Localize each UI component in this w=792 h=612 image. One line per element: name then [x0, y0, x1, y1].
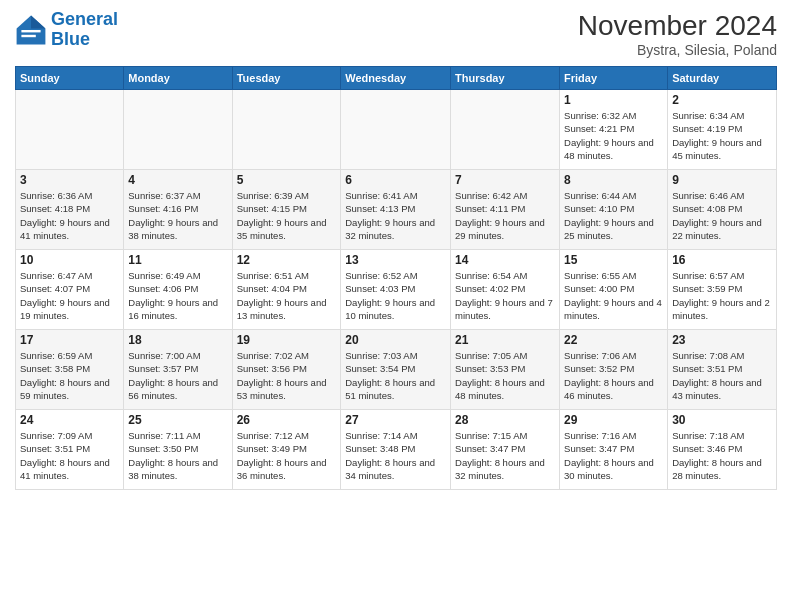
sunrise-text: Sunrise: 6:54 AM: [455, 270, 527, 281]
day-cell-3-0: 17 Sunrise: 6:59 AM Sunset: 3:58 PM Dayl…: [16, 330, 124, 410]
sunset-text: Sunset: 3:50 PM: [128, 443, 198, 454]
day-info: Sunrise: 7:18 AM Sunset: 3:46 PM Dayligh…: [672, 429, 772, 482]
day-info: Sunrise: 6:41 AM Sunset: 4:13 PM Dayligh…: [345, 189, 446, 242]
day-cell-1-2: 5 Sunrise: 6:39 AM Sunset: 4:15 PM Dayli…: [232, 170, 341, 250]
day-number: 27: [345, 413, 446, 427]
day-info: Sunrise: 6:37 AM Sunset: 4:16 PM Dayligh…: [128, 189, 227, 242]
sunrise-text: Sunrise: 6:42 AM: [455, 190, 527, 201]
daylight-text: Daylight: 9 hours and 19 minutes.: [20, 297, 110, 321]
sunset-text: Sunset: 3:48 PM: [345, 443, 415, 454]
sunrise-text: Sunrise: 6:34 AM: [672, 110, 744, 121]
sunset-text: Sunset: 4:03 PM: [345, 283, 415, 294]
day-cell-0-6: 2 Sunrise: 6:34 AM Sunset: 4:19 PM Dayli…: [668, 90, 777, 170]
daylight-text: Daylight: 8 hours and 32 minutes.: [455, 457, 545, 481]
day-number: 2: [672, 93, 772, 107]
day-number: 16: [672, 253, 772, 267]
sunset-text: Sunset: 4:16 PM: [128, 203, 198, 214]
sunrise-text: Sunrise: 6:47 AM: [20, 270, 92, 281]
col-friday: Friday: [560, 67, 668, 90]
daylight-text: Daylight: 9 hours and 25 minutes.: [564, 217, 654, 241]
day-number: 7: [455, 173, 555, 187]
daylight-text: Daylight: 9 hours and 10 minutes.: [345, 297, 435, 321]
day-cell-2-3: 13 Sunrise: 6:52 AM Sunset: 4:03 PM Dayl…: [341, 250, 451, 330]
sunset-text: Sunset: 4:08 PM: [672, 203, 742, 214]
day-cell-1-1: 4 Sunrise: 6:37 AM Sunset: 4:16 PM Dayli…: [124, 170, 232, 250]
day-cell-4-3: 27 Sunrise: 7:14 AM Sunset: 3:48 PM Dayl…: [341, 410, 451, 490]
day-number: 19: [237, 333, 337, 347]
day-number: 11: [128, 253, 227, 267]
sunset-text: Sunset: 3:51 PM: [672, 363, 742, 374]
sunrise-text: Sunrise: 6:36 AM: [20, 190, 92, 201]
sunset-text: Sunset: 4:10 PM: [564, 203, 634, 214]
day-info: Sunrise: 7:14 AM Sunset: 3:48 PM Dayligh…: [345, 429, 446, 482]
day-cell-0-0: [16, 90, 124, 170]
day-info: Sunrise: 6:52 AM Sunset: 4:03 PM Dayligh…: [345, 269, 446, 322]
sunset-text: Sunset: 3:47 PM: [455, 443, 525, 454]
sunrise-text: Sunrise: 7:15 AM: [455, 430, 527, 441]
header: General Blue November 2024 Bystra, Siles…: [15, 10, 777, 58]
day-cell-3-4: 21 Sunrise: 7:05 AM Sunset: 3:53 PM Dayl…: [451, 330, 560, 410]
daylight-text: Daylight: 8 hours and 48 minutes.: [455, 377, 545, 401]
page: General Blue November 2024 Bystra, Siles…: [0, 0, 792, 612]
daylight-text: Daylight: 9 hours and 2 minutes.: [672, 297, 770, 321]
day-cell-4-4: 28 Sunrise: 7:15 AM Sunset: 3:47 PM Dayl…: [451, 410, 560, 490]
sunset-text: Sunset: 3:52 PM: [564, 363, 634, 374]
day-info: Sunrise: 6:44 AM Sunset: 4:10 PM Dayligh…: [564, 189, 663, 242]
sunrise-text: Sunrise: 7:08 AM: [672, 350, 744, 361]
daylight-text: Daylight: 8 hours and 56 minutes.: [128, 377, 218, 401]
daylight-text: Daylight: 8 hours and 41 minutes.: [20, 457, 110, 481]
title-area: November 2024 Bystra, Silesia, Poland: [578, 10, 777, 58]
sunrise-text: Sunrise: 7:14 AM: [345, 430, 417, 441]
daylight-text: Daylight: 9 hours and 41 minutes.: [20, 217, 110, 241]
day-info: Sunrise: 6:39 AM Sunset: 4:15 PM Dayligh…: [237, 189, 337, 242]
daylight-text: Daylight: 9 hours and 7 minutes.: [455, 297, 553, 321]
col-thursday: Thursday: [451, 67, 560, 90]
day-cell-0-2: [232, 90, 341, 170]
col-wednesday: Wednesday: [341, 67, 451, 90]
day-number: 14: [455, 253, 555, 267]
sunset-text: Sunset: 4:13 PM: [345, 203, 415, 214]
sunset-text: Sunset: 4:21 PM: [564, 123, 634, 134]
day-cell-2-0: 10 Sunrise: 6:47 AM Sunset: 4:07 PM Dayl…: [16, 250, 124, 330]
sunset-text: Sunset: 3:54 PM: [345, 363, 415, 374]
day-number: 29: [564, 413, 663, 427]
day-cell-3-6: 23 Sunrise: 7:08 AM Sunset: 3:51 PM Dayl…: [668, 330, 777, 410]
day-info: Sunrise: 6:59 AM Sunset: 3:58 PM Dayligh…: [20, 349, 119, 402]
sunset-text: Sunset: 3:56 PM: [237, 363, 307, 374]
day-number: 8: [564, 173, 663, 187]
sunset-text: Sunset: 4:02 PM: [455, 283, 525, 294]
day-info: Sunrise: 6:32 AM Sunset: 4:21 PM Dayligh…: [564, 109, 663, 162]
daylight-text: Daylight: 9 hours and 29 minutes.: [455, 217, 545, 241]
sunrise-text: Sunrise: 7:02 AM: [237, 350, 309, 361]
week-row-1: 1 Sunrise: 6:32 AM Sunset: 4:21 PM Dayli…: [16, 90, 777, 170]
sunset-text: Sunset: 3:57 PM: [128, 363, 198, 374]
daylight-text: Daylight: 8 hours and 34 minutes.: [345, 457, 435, 481]
sunset-text: Sunset: 3:53 PM: [455, 363, 525, 374]
day-cell-0-1: [124, 90, 232, 170]
sunrise-text: Sunrise: 7:06 AM: [564, 350, 636, 361]
col-tuesday: Tuesday: [232, 67, 341, 90]
day-cell-3-1: 18 Sunrise: 7:00 AM Sunset: 3:57 PM Dayl…: [124, 330, 232, 410]
daylight-text: Daylight: 8 hours and 36 minutes.: [237, 457, 327, 481]
sunrise-text: Sunrise: 6:39 AM: [237, 190, 309, 201]
day-cell-4-6: 30 Sunrise: 7:18 AM Sunset: 3:46 PM Dayl…: [668, 410, 777, 490]
logo: General Blue: [15, 10, 118, 50]
sunrise-text: Sunrise: 6:41 AM: [345, 190, 417, 201]
day-number: 23: [672, 333, 772, 347]
day-number: 24: [20, 413, 119, 427]
day-number: 3: [20, 173, 119, 187]
sunset-text: Sunset: 3:46 PM: [672, 443, 742, 454]
day-info: Sunrise: 7:05 AM Sunset: 3:53 PM Dayligh…: [455, 349, 555, 402]
sunset-text: Sunset: 3:49 PM: [237, 443, 307, 454]
sunset-text: Sunset: 4:18 PM: [20, 203, 90, 214]
day-info: Sunrise: 7:02 AM Sunset: 3:56 PM Dayligh…: [237, 349, 337, 402]
sunset-text: Sunset: 3:58 PM: [20, 363, 90, 374]
sunset-text: Sunset: 4:15 PM: [237, 203, 307, 214]
sunrise-text: Sunrise: 7:11 AM: [128, 430, 200, 441]
day-number: 22: [564, 333, 663, 347]
svg-rect-2: [21, 30, 40, 32]
day-cell-1-3: 6 Sunrise: 6:41 AM Sunset: 4:13 PM Dayli…: [341, 170, 451, 250]
sunrise-text: Sunrise: 7:00 AM: [128, 350, 200, 361]
day-cell-4-2: 26 Sunrise: 7:12 AM Sunset: 3:49 PM Dayl…: [232, 410, 341, 490]
day-cell-3-5: 22 Sunrise: 7:06 AM Sunset: 3:52 PM Dayl…: [560, 330, 668, 410]
